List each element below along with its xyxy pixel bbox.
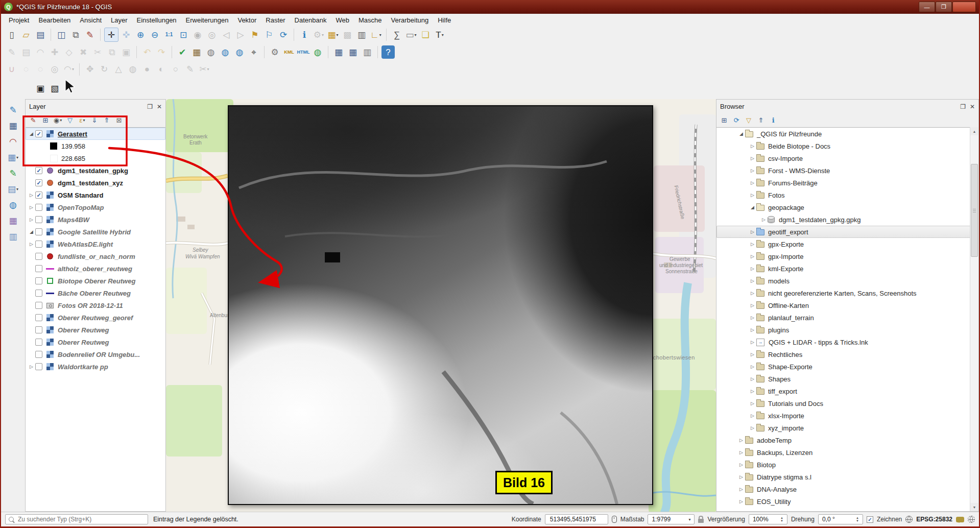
layer-checkbox[interactable]	[35, 277, 42, 284]
magnifier-spinbox[interactable]: 100% ▲▼	[749, 514, 787, 524]
menu-raster[interactable]: Raster	[261, 15, 290, 26]
browser-item[interactable]: ▷Forst - WMS-Dienste	[716, 164, 978, 177]
search-layers-button[interactable]: ⌖	[247, 45, 260, 59]
minimize-button[interactable]: —	[919, 2, 935, 12]
expander-icon[interactable]: ▷	[737, 438, 745, 443]
new-project-button[interactable]: ▯	[5, 28, 18, 41]
scroll-up-icon[interactable]: ▲	[970, 127, 978, 135]
dropdown-arrow-icon[interactable]: ▾	[207, 67, 209, 71]
style-manager-button[interactable]: ✎	[83, 28, 97, 41]
locator-search[interactable]	[5, 514, 148, 524]
panel-float-icon[interactable]: ❐	[960, 103, 966, 110]
crs-value[interactable]: EPSG:25832	[916, 516, 952, 523]
layer-checkbox[interactable]: ✓	[35, 179, 42, 186]
filter-browser-button[interactable]: ▽	[743, 114, 754, 126]
collapse-all-button[interactable]: ⇑	[101, 114, 112, 126]
select-features-button[interactable]: ▦▾	[326, 28, 340, 41]
web-services-button[interactable]: ◍	[233, 45, 246, 59]
move-feature-button[interactable]: ✥	[83, 63, 97, 76]
browser-item[interactable]: ▷Offline-Karten	[716, 299, 978, 311]
expander-icon[interactable]: ▷	[737, 474, 745, 479]
layer-row[interactable]: altholz_oberer_reutweg	[26, 262, 165, 275]
expander-icon[interactable]: ▷	[749, 327, 756, 332]
split-features-button[interactable]: ✂▾	[198, 63, 211, 76]
layer-checkbox[interactable]	[35, 204, 42, 211]
identify-features-button[interactable]: ℹ	[298, 28, 311, 41]
snap-segment-button[interactable]: ◌	[34, 63, 47, 76]
menu-erweiterungen[interactable]: Erweiterungen	[181, 15, 233, 26]
browser-item[interactable]: ▷→QGIS + LIDAR - tipps & Tricks.lnk	[716, 336, 978, 348]
menu-vektor[interactable]: Vektor	[233, 15, 261, 26]
expander-icon[interactable]: ▷	[749, 352, 756, 357]
metasearch-catalog-button[interactable]: ◍	[219, 45, 232, 59]
topology-check-button[interactable]: ◎	[48, 63, 61, 76]
menu-masche[interactable]: Masche	[354, 15, 387, 26]
browser-scrollbar[interactable]: ▲ ▼	[970, 127, 978, 511]
snap-vertex-button[interactable]: ◌	[19, 63, 33, 76]
zoom-to-selection-button[interactable]: ◉	[191, 28, 204, 41]
browser-item[interactable]: ▷Beide Biotope - Docs	[716, 140, 978, 152]
browser-item[interactable]: ▷dgm1_testdaten_gpkg.gpkg	[716, 213, 978, 226]
browser-item[interactable]: ◢geopackage	[716, 201, 978, 213]
browser-item[interactable]: ▷Shape-Exporte	[716, 361, 978, 373]
redo-button[interactable]: ↷	[155, 45, 168, 59]
layer-checkbox[interactable]	[35, 216, 42, 223]
expander-icon[interactable]: ◢	[737, 131, 745, 136]
expander-icon[interactable]: ▷	[28, 217, 35, 222]
browser-item[interactable]: ▷geotiff_export	[716, 226, 978, 238]
panel-close-icon[interactable]: ✕	[970, 103, 975, 110]
expander-icon[interactable]: ▷	[28, 242, 35, 247]
layer-row[interactable]: Bäche Oberer Reutweg	[26, 287, 165, 299]
zoom-full-button[interactable]: ⊡	[177, 28, 190, 41]
expander-icon[interactable]: ▷	[749, 364, 756, 369]
zoom-to-layer-button[interactable]: ◎	[205, 28, 219, 41]
serval-grid-a-button[interactable]: ▦	[332, 45, 345, 59]
snapping-toggle-button[interactable]: ∪	[5, 63, 18, 76]
dropdown-arrow-icon[interactable]: ▾	[442, 33, 444, 37]
expander-icon[interactable]: ▷	[749, 376, 756, 381]
render-checkbox[interactable]: ✓	[867, 516, 873, 523]
run-feature-action-button[interactable]: ⚙▾	[312, 28, 325, 41]
browser-item[interactable]: ▷Diatrype stigma s.l	[716, 471, 978, 483]
menu-hilfe[interactable]: Hilfe	[433, 15, 456, 26]
menu-datenbank[interactable]: Datenbank	[290, 15, 331, 26]
expander-icon[interactable]: ▷	[749, 254, 756, 259]
zoom-native-button[interactable]: 1:1	[162, 28, 176, 41]
grid-tools-button[interactable]: ▤▾	[7, 182, 20, 196]
collapse-all-button[interactable]: ⇑	[755, 114, 767, 126]
dropdown-arrow-icon[interactable]: ▾	[83, 118, 85, 123]
browser-item[interactable]: ▷Shapes	[716, 373, 978, 385]
expander-icon[interactable]: ▷	[749, 266, 756, 271]
attribute-grid-button[interactable]: ▦	[7, 119, 20, 132]
layer-row[interactable]: ▷Waldortkarte pp	[26, 361, 165, 373]
spinner-arrows-icon[interactable]: ▲▼	[856, 516, 859, 522]
menu-bearbeiten[interactable]: Bearbeiten	[34, 15, 75, 26]
shape-digitize-button[interactable]: ✎	[7, 166, 20, 180]
qgis2web-button[interactable]: ◍	[311, 45, 324, 59]
expander-icon[interactable]: ▷	[749, 413, 756, 418]
expander-icon[interactable]: ▷	[737, 450, 745, 455]
browser-item[interactable]: ▷Forums-Beiträge	[716, 177, 978, 189]
pan-to-selection-button[interactable]: ✜	[119, 28, 133, 41]
layer-row[interactable]: fundliste_or_nach_norm	[26, 250, 165, 262]
expander-icon[interactable]: ▷	[737, 487, 745, 492]
deselect-features-button[interactable]: ▩	[341, 28, 354, 41]
attribute-grid-button[interactable]: ▥	[361, 45, 374, 59]
refresh-map-button[interactable]: ⟳	[277, 28, 290, 41]
expander-icon[interactable]: ▷	[749, 315, 756, 320]
simplify-feature-button[interactable]: △	[112, 63, 125, 76]
dropdown-arrow-icon[interactable]: ▾	[322, 33, 324, 37]
browser-item[interactable]: ▷planlauf_terrain	[716, 311, 978, 324]
remove-layer-button[interactable]: ⊠	[113, 114, 125, 126]
new-bookmark-button[interactable]: ⚑	[248, 28, 261, 41]
zoom-next-button[interactable]: ▷	[234, 28, 247, 41]
map-canvas[interactable]: BetonwerkErathSelbeyWivä WampfenAltenbur…	[166, 99, 716, 513]
html-export-button[interactable]: HTML	[297, 45, 310, 59]
add-part-button[interactable]: ◐	[155, 63, 168, 76]
expander-icon[interactable]: ▷	[749, 156, 756, 161]
layer-row[interactable]: ▷WebAtlasDE.light	[26, 238, 165, 250]
spinner-arrows-icon[interactable]: ▲▼	[780, 516, 783, 522]
import-geotagged-photos-button[interactable]: ▣	[34, 82, 47, 95]
refresh-browser-button[interactable]: ⟳	[731, 114, 742, 126]
filter-by-expression-button[interactable]: ε▾	[77, 114, 88, 126]
